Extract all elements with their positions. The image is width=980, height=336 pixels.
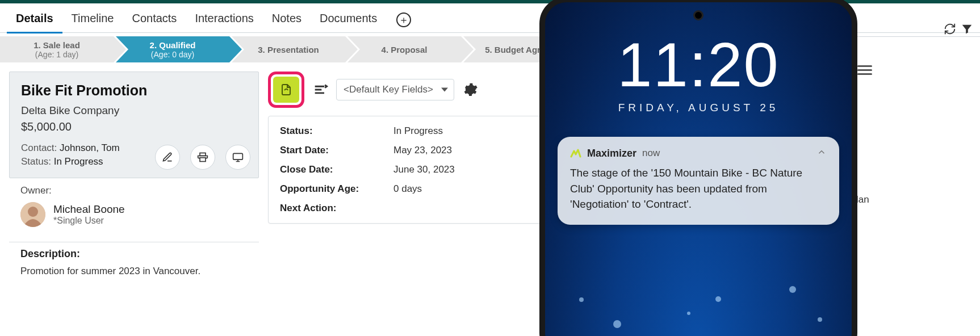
pencil-icon — [162, 152, 173, 163]
stage-presentation[interactable]: 3. Presentation — [232, 36, 345, 62]
opportunity-title: Bike Fit Promotion — [21, 82, 247, 99]
owner-role: *Single User — [53, 216, 125, 226]
stage-label: 1. Sale lead — [33, 40, 80, 50]
adjust-sliders-icon[interactable] — [312, 82, 328, 98]
tab-interactions[interactable]: Interactions — [186, 6, 262, 33]
highlighted-action-button[interactable] — [268, 72, 304, 108]
edit-button[interactable] — [155, 145, 180, 170]
stage-sublabel: (Age: 1 day) — [35, 50, 78, 59]
tab-documents[interactable]: Documents — [311, 6, 386, 33]
stage-label: 2. Qualified — [150, 40, 196, 50]
description-text: Promotion for summer 2023 in Vancouver. — [20, 266, 248, 277]
lockscreen-date: FRIDAY, AUGUST 25 — [545, 102, 852, 114]
field-value: June 30, 2023 — [393, 164, 455, 175]
refresh-icon[interactable] — [944, 23, 956, 35]
owner-section: Owner: Micheal Boone *Single User — [9, 178, 259, 234]
field-value: 0 days — [393, 183, 422, 195]
tab-label: Timeline — [72, 12, 114, 24]
owner-label: Owner: — [20, 185, 248, 196]
owner-name: Micheal Boone — [53, 203, 125, 216]
tab-label: Documents — [320, 12, 377, 24]
field-label: Close Date: — [280, 164, 393, 175]
tab-contacts[interactable]: Contacts — [123, 6, 186, 33]
field-label: Status: — [280, 125, 393, 137]
filter-funnel-icon[interactable] — [961, 23, 973, 35]
add-tab-button[interactable]: ＋ — [396, 12, 411, 27]
maximizer-logo-icon — [570, 148, 581, 159]
gear-icon[interactable] — [462, 82, 478, 98]
stage-sale-lead[interactable]: 1. Sale lead (Age: 1 day) — [0, 36, 114, 62]
note-flag-icon — [273, 77, 299, 103]
tab-timeline[interactable]: Timeline — [62, 6, 123, 33]
menu-icon[interactable] — [857, 65, 872, 75]
field-label: Next Action: — [280, 203, 393, 214]
opportunity-amount: $5,000.00 — [21, 120, 247, 133]
field-label: Opportunity Age: — [280, 183, 393, 195]
notification-app-name: Maximizer — [587, 148, 636, 159]
tab-label: Interactions — [195, 12, 253, 24]
tab-label: Notes — [272, 12, 301, 24]
tab-details[interactable]: Details — [7, 6, 62, 33]
stage-label: 4. Proposal — [382, 45, 428, 54]
field-value: May 23, 2023 — [393, 145, 452, 156]
tab-label: Contacts — [132, 12, 177, 24]
description-label: Description: — [20, 248, 248, 260]
push-notification[interactable]: Maximizer now The stage of the '150 Moun… — [558, 137, 839, 225]
field-value: In Progress — [393, 125, 443, 137]
key-fields-card: Status:In Progress Start Date:May 23, 20… — [268, 116, 552, 224]
monitor-icon — [232, 152, 244, 163]
tab-label: Details — [16, 12, 53, 24]
key-fields-select[interactable]: <Default Key Fields> — [336, 79, 454, 100]
description-section: Description: Promotion for summer 2023 i… — [9, 242, 259, 277]
stage-sublabel: (Age: 0 day) — [151, 50, 194, 59]
stage-qualified[interactable]: 2. Qualified (Age: 0 day) — [116, 36, 229, 62]
print-button[interactable] — [190, 145, 215, 170]
chevron-up-icon — [816, 147, 827, 159]
printer-icon — [197, 152, 208, 163]
lockscreen-time: 11:20 — [545, 28, 852, 100]
right-slice-label: lan — [856, 194, 980, 205]
phone-mockup: 11:20 FRIDAY, AUGUST 25 Maximizer now Th… — [539, 0, 857, 336]
tab-notes[interactable]: Notes — [263, 6, 311, 33]
opportunity-summary-card: Bike Fit Promotion Delta Bike Company $5… — [9, 72, 259, 178]
chevron-down-icon — [441, 88, 448, 92]
stage-proposal[interactable]: 4. Proposal — [347, 36, 461, 62]
notification-body: The stage of the '150 Mountain Bike - BC… — [570, 165, 827, 212]
right-panel-slice: lan — [852, 33, 980, 205]
notification-time: now — [642, 148, 660, 159]
company-name: Delta Bike Company — [21, 104, 247, 117]
svg-rect-2 — [233, 153, 243, 159]
stage-label: 3. Presentation — [258, 45, 319, 54]
svg-rect-1 — [200, 158, 206, 162]
field-label: Start Date: — [280, 145, 393, 156]
svg-point-4 — [28, 207, 38, 217]
key-fields-value: <Default Key Fields> — [344, 84, 433, 95]
present-button[interactable] — [225, 145, 250, 170]
phone-camera-icon — [693, 10, 703, 20]
avatar — [20, 202, 45, 227]
